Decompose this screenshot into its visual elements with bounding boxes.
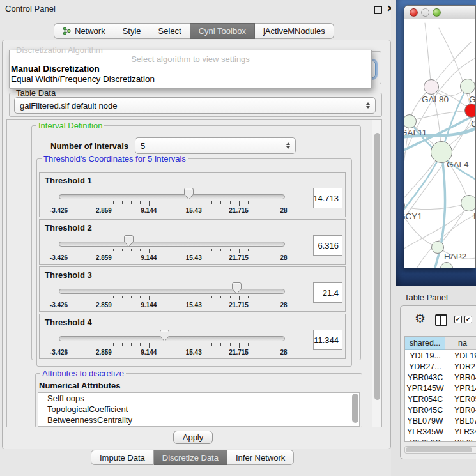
node-label: C bbox=[471, 119, 476, 128]
threshold-label: Threshold 4 bbox=[45, 318, 92, 327]
table-data-combo[interactable]: galFiltered.sif default node bbox=[14, 97, 376, 114]
cell-name: YER05 bbox=[445, 395, 476, 404]
cell-shared-name: YDR27... bbox=[405, 362, 445, 371]
network-window-titlebar[interactable] bbox=[404, 6, 475, 19]
checkbox-icon[interactable]: ✓ bbox=[464, 316, 472, 323]
algorithm-option-manual-discretization[interactable]: Manual Discretization bbox=[10, 64, 371, 74]
num-intervals-combo[interactable]: 5 bbox=[135, 137, 296, 154]
node-label: GAL80 bbox=[422, 95, 449, 104]
slider-ticks bbox=[59, 249, 284, 254]
threshold-slider-track[interactable] bbox=[59, 336, 285, 341]
close-traffic-light-icon[interactable] bbox=[410, 8, 418, 17]
threshold-slider-track[interactable] bbox=[59, 242, 285, 247]
bottom-tab-bar: Impute DataDiscretize DataInfer Network bbox=[91, 450, 294, 465]
threshold-box: Threshold 3-3.4262.8599.14415.4321.71528… bbox=[39, 266, 346, 312]
table-row[interactable]: YDL19...YDL19 bbox=[405, 350, 476, 361]
list-scrollbar-thumb[interactable] bbox=[352, 394, 358, 423]
algorithm-dropdown: Select algorithm to view settings Manual… bbox=[9, 50, 372, 89]
tab-impute-data[interactable]: Impute Data bbox=[91, 450, 154, 465]
attributes-list[interactable]: SelfLoopsTopologicalCoefficientBetweenne… bbox=[38, 392, 360, 427]
algorithm-option-equal-width-frequency-discretization[interactable]: Equal Width/Frequency Discretization bbox=[10, 74, 371, 84]
threshold-slider-track[interactable] bbox=[59, 289, 285, 294]
node-label: GCY1 bbox=[404, 211, 422, 221]
tab-infer-network[interactable]: Infer Network bbox=[227, 450, 294, 465]
network-node-ga[interactable] bbox=[460, 79, 475, 94]
cell-shared-name: YPR145W bbox=[405, 384, 445, 393]
threshold-value-field[interactable]: 14.713 bbox=[313, 188, 342, 208]
network-node-hap2[interactable] bbox=[431, 241, 444, 254]
threshold-value-field[interactable]: 6.316 bbox=[313, 235, 342, 256]
table-row[interactable]: YPR145WYPR14 bbox=[405, 383, 476, 394]
attribute-item-betweennesscentrality[interactable]: BetweennessCentrality bbox=[38, 415, 359, 426]
tab-label: Impute Data bbox=[100, 453, 145, 463]
cell-name: YPR14 bbox=[445, 384, 476, 393]
app-window: Control Panel ✕ NetworkStyleSelectCyni T… bbox=[0, 0, 476, 476]
tab-select[interactable]: Select bbox=[150, 23, 190, 39]
settings-scroll-area: Interval Definition Number of Intervals … bbox=[6, 119, 382, 427]
tab-jactivemnodules[interactable]: jActiveMNodules bbox=[255, 23, 334, 39]
column-layout-icon[interactable] bbox=[435, 314, 447, 326]
gear-icon[interactable]: ⚙ bbox=[415, 312, 426, 325]
table-row[interactable]: YBR043CYBR04 bbox=[405, 372, 476, 383]
network-node-c[interactable] bbox=[464, 104, 476, 118]
tab-cyni-toolbox[interactable]: Cyni Toolbox bbox=[190, 23, 255, 39]
slider-scale-labels: -3.4262.8599.14415.4321.71528 bbox=[59, 302, 284, 309]
table-header-row: shared...na bbox=[405, 337, 476, 350]
node-label: GA bbox=[469, 95, 476, 104]
cell-shared-name: YIL052C bbox=[405, 438, 445, 443]
threshold-value-field[interactable]: 21.4 bbox=[313, 282, 342, 303]
panel-title: Control Panel bbox=[5, 4, 56, 13]
table-row[interactable]: YLR345WYLR34 bbox=[405, 426, 476, 437]
table-row[interactable]: YIL052CYIL05 bbox=[405, 437, 476, 442]
slider-thumb[interactable] bbox=[123, 235, 134, 247]
float-window-icon[interactable] bbox=[374, 6, 382, 14]
table-hscrollbar-thumb[interactable] bbox=[406, 447, 472, 452]
threshold-label: Threshold 1 bbox=[45, 176, 92, 185]
content-scrollbar-thumb[interactable] bbox=[374, 133, 380, 400]
slider-thumb[interactable] bbox=[159, 330, 170, 342]
interval-definition-label: Interval Definition bbox=[36, 121, 104, 130]
cell-name: YDL19 bbox=[445, 351, 476, 360]
table-row[interactable]: YBR045CYBR04 bbox=[405, 404, 476, 415]
network-node-gal80[interactable] bbox=[424, 79, 439, 95]
tab-label: Infer Network bbox=[236, 453, 285, 463]
table-panel-title: Table Panel bbox=[404, 293, 448, 302]
table-row[interactable]: YER054CYER05 bbox=[405, 394, 476, 404]
tab-network[interactable]: Network bbox=[54, 23, 114, 39]
cell-shared-name: YDL19... bbox=[405, 351, 445, 360]
thresholds-group-label: Threshold's Coordinates for 5 Intervals bbox=[42, 154, 188, 164]
apply-button[interactable]: Apply bbox=[173, 431, 213, 444]
content-scrollbar[interactable] bbox=[372, 120, 382, 427]
cell-name: YLR34 bbox=[445, 427, 476, 436]
attribute-item-topologicalcoefficient[interactable]: TopologicalCoefficient bbox=[38, 404, 359, 415]
slider-thumb[interactable] bbox=[183, 188, 194, 200]
cell-name: YBR04 bbox=[445, 373, 476, 382]
column-header-shared-[interactable]: shared... bbox=[405, 337, 445, 350]
table-row[interactable]: YDR27...YDR27 bbox=[405, 361, 476, 372]
tab-discretize-data[interactable]: Discretize Data bbox=[154, 450, 227, 465]
slider-ticks bbox=[59, 201, 284, 206]
tab-style[interactable]: Style bbox=[114, 23, 150, 39]
network-window: GAL80GACGAL11GAL4GCY1HHAP2 bbox=[404, 5, 476, 268]
minimize-traffic-light-icon[interactable] bbox=[421, 8, 429, 17]
column-header-na[interactable]: na bbox=[445, 337, 476, 350]
num-intervals-value: 5 bbox=[141, 141, 145, 151]
threshold-slider-track[interactable] bbox=[59, 194, 285, 199]
num-intervals-label: Number of Intervals bbox=[50, 141, 128, 151]
threshold-label: Threshold 2 bbox=[45, 223, 92, 233]
node-label: GAL11 bbox=[404, 128, 427, 137]
table-hscrollbar[interactable] bbox=[404, 446, 476, 454]
threshold-box: Threshold 4-3.4262.8599.14415.4321.71528… bbox=[39, 314, 346, 359]
zoom-traffic-light-icon[interactable] bbox=[433, 8, 441, 17]
node-label: HAP2 bbox=[444, 252, 466, 261]
attribute-item-selfloops[interactable]: SelfLoops bbox=[38, 393, 359, 404]
cell-shared-name: YBL079W bbox=[405, 417, 445, 426]
cell-shared-name: YBR043C bbox=[405, 373, 445, 382]
table-row[interactable]: YBL079WYBL07 bbox=[405, 415, 476, 426]
slider-thumb[interactable] bbox=[231, 282, 242, 295]
threshold-label: Threshold 3 bbox=[45, 270, 92, 280]
checkbox-icon[interactable]: ✓ bbox=[454, 316, 462, 323]
threshold-value-field[interactable]: 11.344 bbox=[313, 330, 342, 350]
network-node-h[interactable] bbox=[461, 195, 476, 211]
network-canvas[interactable]: GAL80GACGAL11GAL4GCY1HHAP2 bbox=[404, 19, 476, 268]
